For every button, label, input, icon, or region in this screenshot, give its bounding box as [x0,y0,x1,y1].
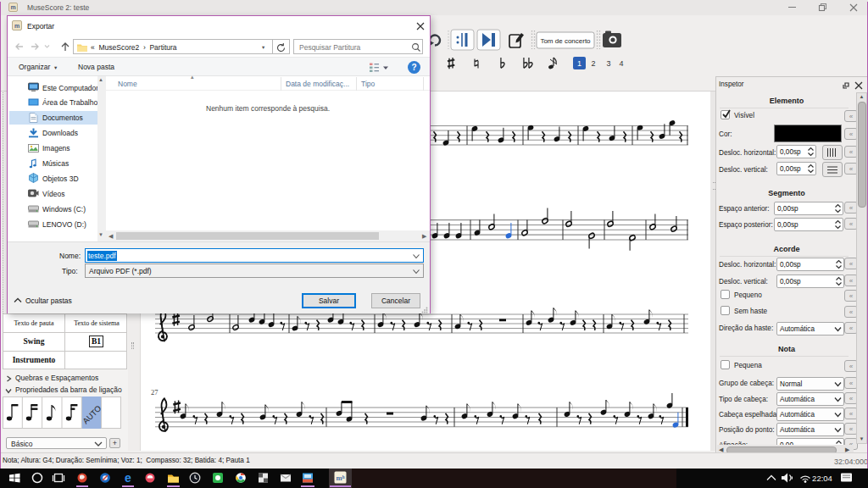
svg-text:3: 3 [606,59,610,68]
svg-text:2: 2 [591,59,595,68]
svg-text:mʰ: mʰ [337,474,345,482]
svg-text:4: 4 [619,59,623,68]
svg-text:e: e [125,471,131,485]
svg-text:Tom de concerto: Tom de concerto [540,37,591,45]
svg-text:27: 27 [151,388,159,396]
svg-text:22:04: 22:04 [812,474,832,483]
svg-text:1: 1 [577,59,581,68]
